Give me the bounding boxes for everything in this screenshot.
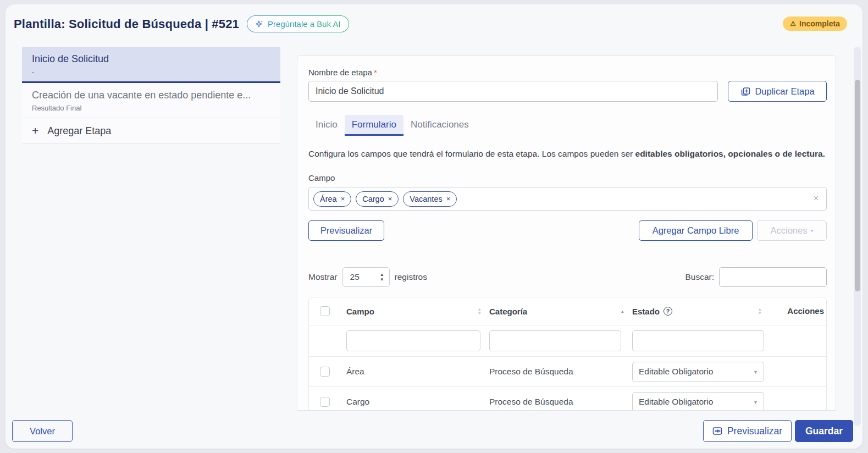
page-size-value: 25 bbox=[350, 272, 360, 282]
footer-preview-button[interactable]: Previsualizar bbox=[703, 420, 792, 442]
caret-down-icon: ▼ bbox=[753, 400, 758, 405]
sort-asc-icon[interactable]: ▲ bbox=[621, 310, 624, 313]
add-stage-label: Agregar Etapa bbox=[47, 125, 111, 137]
row-checkbox[interactable] bbox=[320, 367, 330, 377]
actions-label: Acciones bbox=[771, 225, 808, 236]
help-question-icon[interactable]: ? bbox=[664, 307, 672, 316]
col-header-campo[interactable]: Campo bbox=[346, 307, 374, 316]
col-header-categoria[interactable]: Categoría bbox=[489, 307, 527, 316]
estado-select-value: Editable Obligatorio bbox=[639, 367, 713, 377]
warning-icon: ⚠ bbox=[790, 20, 796, 27]
sort-down-icon: ▼ bbox=[758, 311, 762, 315]
remove-field-icon[interactable]: × bbox=[341, 195, 345, 203]
page-size-select[interactable]: 25 ▲ ▼ bbox=[342, 267, 390, 287]
app-card: Plantilla: Solicitud de Búsqueda | #521 … bbox=[5, 4, 863, 449]
records-label: registros bbox=[395, 272, 427, 282]
remove-field-icon[interactable]: × bbox=[446, 195, 451, 203]
fields-table: Campo ▲ ▼ Categoría ▲ Estado ? bbox=[308, 297, 827, 411]
duplicate-stage-label: Duplicar Etapa bbox=[755, 86, 814, 97]
table-filter-row bbox=[309, 325, 826, 357]
list-controls: Mostrar 25 ▲ ▼ registros Buscar: bbox=[308, 267, 827, 287]
stage-name-label-text: Nombre de etapa bbox=[308, 68, 372, 77]
ask-buk-ai-button[interactable]: Pregúntale a Buk AI bbox=[247, 15, 349, 32]
caret-down-icon: ▾ bbox=[810, 228, 813, 234]
stage-sidebar: Inicio de Solicitud - Creación de una va… bbox=[22, 47, 280, 144]
clear-all-icon[interactable]: × bbox=[814, 194, 819, 203]
caret-down-icon: ▼ bbox=[753, 369, 758, 375]
tab-notificaciones[interactable]: Notificaciones bbox=[403, 115, 476, 136]
sidebar-item-inicio-de-solicitud[interactable]: Inicio de Solicitud - bbox=[22, 47, 280, 83]
cell-categoria: Proceso de Búsqueda bbox=[489, 367, 573, 377]
tab-inicio[interactable]: Inicio bbox=[308, 115, 345, 136]
sort-down-icon: ▼ bbox=[478, 311, 482, 315]
table-row: Área Proceso de Búsqueda Editable Obliga… bbox=[309, 357, 826, 387]
plus-icon: + bbox=[32, 124, 38, 137]
stage-editor-panel: Nombre de etapa* Duplicar Etapa Inicio F… bbox=[297, 55, 836, 411]
pill-label: Vacantes bbox=[410, 195, 442, 203]
search-label: Buscar: bbox=[685, 272, 714, 282]
filter-categoria-input[interactable] bbox=[489, 330, 621, 351]
cell-campo: Área bbox=[346, 367, 364, 377]
campo-label: Campo bbox=[308, 173, 827, 183]
status-badge: ⚠ Incompleta bbox=[783, 16, 847, 31]
save-button[interactable]: Guardar bbox=[795, 420, 853, 442]
row-checkbox[interactable] bbox=[320, 397, 330, 407]
stage-name-row: Duplicar Etapa bbox=[308, 81, 827, 102]
selected-field-pill-cargo: Cargo × bbox=[356, 191, 399, 207]
scrollbar-thumb[interactable] bbox=[855, 80, 860, 291]
select-all-checkbox[interactable] bbox=[320, 306, 330, 316]
sidebar-item-resultado-final[interactable]: Creación de una vacante en estado pendie… bbox=[22, 83, 280, 118]
form-description-bold: editables obligatorios, opcionales o de … bbox=[635, 149, 825, 158]
header: Plantilla: Solicitud de Búsqueda | #521 … bbox=[14, 15, 349, 32]
sparkle-icon bbox=[255, 20, 264, 29]
campo-multiselect[interactable]: Área × Cargo × Vacantes × × bbox=[308, 187, 827, 211]
pill-label: Área bbox=[320, 195, 337, 203]
cell-campo: Cargo bbox=[346, 397, 369, 407]
remove-field-icon[interactable]: × bbox=[388, 195, 392, 203]
pill-label: Cargo bbox=[362, 195, 384, 203]
duplicate-icon bbox=[740, 86, 750, 97]
stage-title: Inicio de Solicitud bbox=[32, 53, 270, 65]
show-label: Mostrar bbox=[308, 272, 338, 282]
add-stage-button[interactable]: + Agregar Etapa bbox=[22, 118, 280, 144]
stepper-down-icon: ▼ bbox=[380, 277, 384, 282]
stage-name-input[interactable] bbox=[308, 81, 718, 102]
sort-icon[interactable]: ▲ ▼ bbox=[478, 307, 482, 315]
duplicate-stage-button[interactable]: Duplicar Etapa bbox=[728, 81, 827, 102]
stepper-up-icon: ▲ bbox=[380, 272, 384, 277]
add-free-field-button[interactable]: Agregar Campo Libre bbox=[639, 220, 753, 241]
preview-button[interactable]: Previsualizar bbox=[308, 220, 384, 241]
tab-formulario[interactable]: Formulario bbox=[345, 115, 403, 136]
search-input[interactable] bbox=[719, 267, 827, 287]
back-button[interactable]: Volver bbox=[12, 420, 73, 442]
stage-subtitle: Resultado Final bbox=[32, 104, 270, 112]
sort-icon[interactable]: ▲ ▼ bbox=[758, 307, 762, 315]
footer-preview-label: Previsualizar bbox=[727, 426, 782, 437]
stage-subtitle: - bbox=[32, 68, 270, 76]
page-title: Plantilla: Solicitud de Búsqueda | #521 bbox=[14, 17, 239, 31]
selected-field-pill-vacantes: Vacantes × bbox=[403, 191, 457, 207]
col-header-acciones: Acciones bbox=[787, 306, 824, 316]
cell-categoria: Proceso de Búsqueda bbox=[489, 397, 573, 407]
stage-title: Creación de una vacante en estado pendie… bbox=[32, 90, 270, 101]
vertical-scrollbar[interactable] bbox=[854, 47, 861, 426]
selected-field-pill-area: Área × bbox=[313, 191, 351, 207]
stage-name-label: Nombre de etapa* bbox=[308, 68, 827, 77]
estado-select[interactable]: Editable Obligatorio ▼ bbox=[632, 392, 764, 411]
col-header-estado[interactable]: Estado bbox=[632, 307, 660, 316]
eye-icon bbox=[712, 427, 723, 436]
filter-campo-input[interactable] bbox=[346, 330, 480, 351]
form-description-text: Configura los campos que tendrá el formu… bbox=[308, 149, 635, 158]
estado-select[interactable]: Editable Obligatorio ▼ bbox=[632, 362, 764, 382]
required-asterisk: * bbox=[374, 68, 377, 77]
stepper-icon: ▲ ▼ bbox=[380, 272, 384, 282]
footer-actions: Previsualizar Guardar bbox=[703, 420, 853, 442]
estado-select-value: Editable Obligatorio bbox=[639, 397, 713, 407]
filter-estado-input[interactable] bbox=[632, 330, 764, 351]
table-header-row: Campo ▲ ▼ Categoría ▲ Estado ? bbox=[309, 297, 826, 325]
actions-dropdown-button[interactable]: Acciones ▾ bbox=[757, 220, 827, 241]
form-description: Configura los campos que tendrá el formu… bbox=[308, 149, 827, 159]
stage-tabs: Inicio Formulario Notificaciones bbox=[308, 115, 827, 136]
sort-up-icon: ▲ bbox=[621, 310, 624, 313]
status-badge-label: Incompleta bbox=[799, 19, 840, 28]
